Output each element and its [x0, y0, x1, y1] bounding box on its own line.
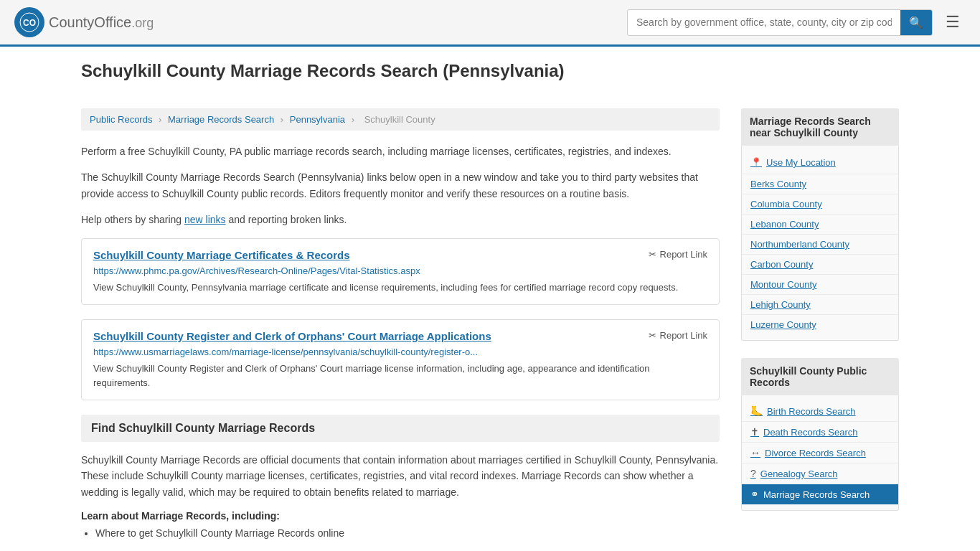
sidebar-item-luzerne[interactable]: Luzerne County	[742, 315, 898, 334]
intro-para-2: The Schuylkill County Marriage Records S…	[81, 169, 720, 202]
breadcrumb-current: Schuylkill County	[364, 114, 435, 125]
sidebar-marriage-records[interactable]: ⚭ Marriage Records Search	[742, 484, 898, 504]
sidebar-nearby-section: Marriage Records Search near Schuylkill …	[741, 108, 899, 341]
link-card-2-url[interactable]: https://www.usmarriagelaws.com/marriage-…	[93, 347, 707, 357]
link-card-2-title[interactable]: Schuylkill County Register and Clerk of …	[93, 330, 491, 342]
sidebar-item-northumberland[interactable]: Northumberland County	[742, 235, 898, 255]
intro-para-3: Help others by sharing new links and rep…	[81, 212, 720, 227]
learn-list-item: Where to get Schuylkill County Marriage …	[95, 527, 720, 539]
main-container: Public Records › Marriage Records Search…	[60, 94, 920, 551]
section-header: Find Schuylkill County Marriage Records	[81, 415, 720, 442]
svg-text:CO: CO	[23, 18, 36, 28]
sidebar-divorce-records[interactable]: ↔ Divorce Records Search	[742, 443, 898, 463]
breadcrumb-public-records[interactable]: Public Records	[90, 114, 152, 125]
report-link-1[interactable]: ✂ Report Link	[649, 249, 707, 260]
sidebar: Marriage Records Search near Schuylkill …	[741, 108, 899, 542]
scissors-icon: ✂	[649, 249, 656, 260]
divorce-icon: ↔	[750, 447, 760, 458]
search-bar: 🔍	[627, 9, 933, 36]
learn-sub: Learn about Marriage Records, including:	[81, 510, 720, 522]
logo-text: CountyOffice.org	[49, 14, 154, 31]
learn-list: Where to get Schuylkill County Marriage …	[81, 527, 720, 539]
marriage-icon: ⚭	[750, 489, 759, 500]
link-card-1-desc: View Schuylkill County, Pennsylvania mar…	[93, 281, 707, 295]
content-area: Public Records › Marriage Records Search…	[81, 108, 720, 542]
sidebar-nearby-links: 📍 Use My Location Berks County Columbia …	[741, 146, 899, 341]
genealogy-icon: ?	[750, 468, 756, 479]
breadcrumb-marriage-search[interactable]: Marriage Records Search	[168, 114, 274, 125]
sidebar-item-lebanon[interactable]: Lebanon County	[742, 215, 898, 235]
link-card-2: Schuylkill County Register and Clerk of …	[81, 319, 720, 400]
link-card-1-title[interactable]: Schuylkill County Marriage Certificates …	[93, 249, 350, 261]
report-link-2[interactable]: ✂ Report Link	[649, 330, 707, 341]
logo-icon: CO	[14, 7, 44, 37]
search-button[interactable]: 🔍	[900, 10, 932, 35]
intro-para-1: Perform a free Schuylkill County, PA pub…	[81, 143, 720, 159]
link-card-2-header: Schuylkill County Register and Clerk of …	[93, 330, 707, 342]
link-card-1-header: Schuylkill County Marriage Certificates …	[93, 249, 707, 261]
breadcrumb-pennsylvania[interactable]: Pennsylvania	[290, 114, 345, 125]
sidebar-genealogy[interactable]: ? Genealogy Search	[742, 463, 898, 484]
sidebar-item-lehigh[interactable]: Lehigh County	[742, 295, 898, 315]
use-location-item[interactable]: 📍 Use My Location	[742, 151, 898, 174]
location-pin-icon: 📍	[750, 157, 762, 168]
logo-area: CO CountyOffice.org	[14, 7, 154, 37]
section-body: Schuylkill County Marriage Records are o…	[81, 452, 720, 500]
header-right: 🔍 ☰	[627, 9, 966, 36]
search-input[interactable]	[628, 11, 900, 34]
death-icon: ✝	[750, 426, 759, 438]
sidebar-item-berks[interactable]: Berks County	[742, 174, 898, 194]
breadcrumb: Public Records › Marriage Records Search…	[81, 108, 720, 131]
sidebar-nearby-title: Marriage Records Search near Schuylkill …	[741, 108, 899, 146]
scissors-icon-2: ✂	[649, 330, 656, 341]
sidebar-public-records-title: Schuylkill County Public Records	[741, 358, 899, 395]
sidebar-public-records-section: Schuylkill County Public Records 🦶 Birth…	[741, 358, 899, 511]
section-title: Find Schuylkill County Marriage Records	[91, 422, 710, 435]
menu-button[interactable]: ☰	[940, 10, 966, 34]
sidebar-death-records[interactable]: ✝ Death Records Search	[742, 422, 898, 443]
sidebar-birth-records[interactable]: 🦶 Birth Records Search	[742, 401, 898, 422]
page-title-container: Schuylkill County Marriage Records Searc…	[60, 47, 920, 81]
link-card-1-url[interactable]: https://www.phmc.pa.gov/Archives/Researc…	[93, 265, 707, 276]
page-title: Schuylkill County Marriage Records Searc…	[81, 61, 899, 81]
sidebar-item-carbon[interactable]: Carbon County	[742, 255, 898, 275]
sidebar-item-montour[interactable]: Montour County	[742, 275, 898, 295]
sidebar-public-links: 🦶 Birth Records Search ✝ Death Records S…	[741, 395, 899, 511]
link-card-2-desc: View Schuylkill County Register and Cler…	[93, 362, 707, 390]
birth-icon: 🦶	[750, 405, 763, 417]
new-links-link[interactable]: new links	[184, 214, 226, 225]
sidebar-item-columbia[interactable]: Columbia County	[742, 194, 898, 215]
header: CO CountyOffice.org 🔍 ☰	[0, 0, 980, 47]
link-card-1: Schuylkill County Marriage Certificates …	[81, 238, 720, 306]
